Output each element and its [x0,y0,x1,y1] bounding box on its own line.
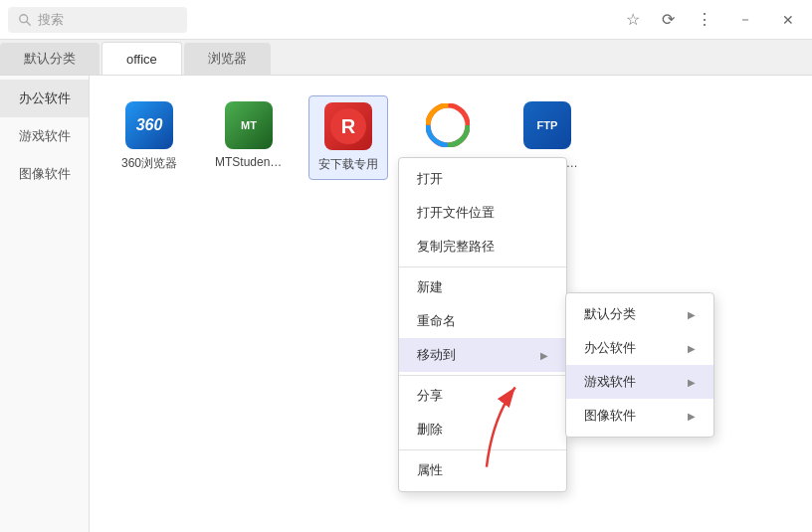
app-label-anzhi: 安下载专用 [315,156,381,173]
app-icon-ftp: FTP [523,101,571,149]
move-to-arrow-icon: ▶ [540,350,548,361]
menu-item-open-location[interactable]: 打开文件位置 [399,196,566,230]
app-anzhi[interactable]: R 安下载专用 [308,95,388,180]
submenu-arrow-game: ▶ [688,377,696,388]
close-button[interactable]: ✕ [772,10,804,30]
app-360[interactable]: 360 360浏览器 [109,95,189,180]
search-box[interactable]: 搜索 [8,7,187,33]
svg-point-9 [438,115,458,135]
menu-item-delete[interactable]: 删除 [399,413,566,446]
content-area: 安 安下载 anxz.com 360 360浏览器 MT MTStudent.e… [90,76,812,532]
search-icon [18,13,32,27]
tab-office[interactable]: office [102,42,182,75]
submenu-item-default[interactable]: 默认分类 ▶ [566,297,713,331]
menu-item-new[interactable]: 新建 [399,270,566,304]
app-icon-mt: MT [225,101,273,149]
menu-item-attrs[interactable]: 属性 [399,453,566,487]
menu-item-copy-path[interactable]: 复制完整路径 [399,230,566,264]
app-label-mt: MTStudent.exe [215,155,283,169]
titlebar-actions: ☆ ⟳ ⋮ － ✕ [620,6,804,33]
sidebar: 办公软件 游戏软件 图像软件 [0,76,90,532]
more-icon[interactable]: ⋮ [691,6,718,33]
anzhi-logo-icon: R [330,108,366,144]
submenu-item-office[interactable]: 办公软件 ▶ [566,331,713,365]
submenu-item-game[interactable]: 游戏软件 ▶ [566,365,713,399]
context-menu: 打开 打开文件位置 复制完整路径 新建 重命名 移动到 ▶ 分享 [398,157,567,492]
app-icon-360: 360 [125,101,173,149]
search-placeholder: 搜索 [38,11,64,29]
menu-item-open[interactable]: 打开 [399,162,566,196]
menu-divider-1 [399,266,566,267]
tab-browser[interactable]: 浏览器 [184,43,271,75]
titlebar: 搜索 ☆ ⟳ ⋮ － ✕ [0,0,812,40]
app-icon-colorful [424,101,472,149]
history-icon[interactable]: ⟳ [656,6,681,33]
submenu-item-image[interactable]: 图像软件 ▶ [566,399,713,433]
pin-icon[interactable]: ☆ [620,6,646,33]
tab-default[interactable]: 默认分类 [0,43,100,75]
sidebar-item-game[interactable]: 游戏软件 [0,117,89,155]
submenu: 默认分类 ▶ 办公软件 ▶ 游戏软件 ▶ 图像软件 ▶ [565,292,714,438]
menu-item-move-to[interactable]: 移动到 ▶ [399,338,566,372]
app-mt[interactable]: MT MTStudent.exe [209,95,289,180]
sidebar-item-office[interactable]: 办公软件 [0,80,89,117]
main-layout: 办公软件 游戏软件 图像软件 安 安下载 anxz.com 360 360浏览器 [0,76,812,532]
sidebar-item-image[interactable]: 图像软件 [0,155,89,193]
app-label-360: 360浏览器 [115,155,183,172]
submenu-arrow-office: ▶ [688,343,696,354]
colorful-icon [426,103,470,147]
menu-item-rename[interactable]: 重命名 [399,304,566,338]
menu-divider-2 [399,375,566,376]
menu-item-share[interactable]: 分享 [399,379,566,413]
minimize-button[interactable]: － [728,9,762,31]
svg-text:R: R [341,115,356,137]
svg-line-1 [27,21,31,25]
app-icon-anzhi: R [324,102,372,150]
tabbar: 默认分类 office 浏览器 [0,40,812,76]
submenu-arrow-image: ▶ [688,411,696,422]
menu-divider-3 [399,449,566,450]
submenu-arrow-default: ▶ [688,309,696,320]
